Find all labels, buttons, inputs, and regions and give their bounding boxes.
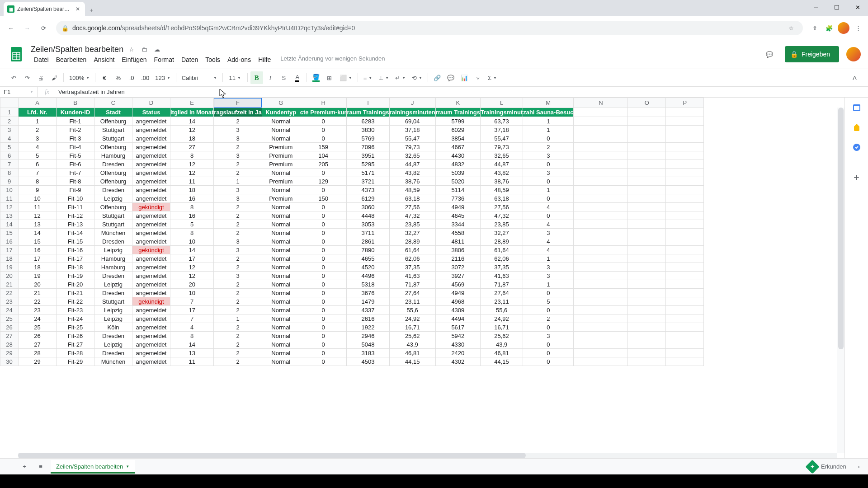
data-cell[interactable]: 16,71 bbox=[480, 323, 523, 332]
data-cell[interactable]: 4330 bbox=[435, 340, 480, 349]
data-cell[interactable]: 2 bbox=[214, 254, 262, 263]
data-cell[interactable]: 0 bbox=[300, 280, 347, 289]
data-cell[interactable]: 61,64 bbox=[389, 246, 435, 254]
data-cell[interactable]: 0 bbox=[300, 117, 347, 126]
data-cell[interactable]: Fit-29 bbox=[57, 357, 94, 366]
column-header-M[interactable]: M bbox=[523, 98, 574, 108]
data-cell[interactable]: Normal bbox=[262, 297, 300, 306]
undo-button[interactable]: ↶ bbox=[7, 71, 20, 84]
row-header-13[interactable]: 13 bbox=[0, 211, 19, 220]
data-cell[interactable]: 5942 bbox=[435, 332, 480, 340]
data-cell[interactable]: Hamburg bbox=[94, 151, 132, 160]
paint-format-button[interactable]: 🖌 bbox=[48, 71, 61, 84]
data-cell[interactable]: Fit-17 bbox=[57, 254, 94, 263]
row-header-1[interactable]: 1 bbox=[0, 108, 19, 117]
insert-link-button[interactable]: 🔗 bbox=[431, 71, 443, 84]
data-cell[interactable]: Dresden bbox=[94, 160, 132, 169]
data-cell[interactable]: angemeldet bbox=[132, 134, 170, 143]
data-cell[interactable] bbox=[574, 186, 628, 194]
data-cell[interactable]: Fit-15 bbox=[57, 237, 94, 246]
data-cell[interactable]: angemeldet bbox=[132, 272, 170, 280]
data-cell[interactable]: 2 bbox=[214, 229, 262, 237]
data-cell[interactable] bbox=[628, 297, 666, 306]
data-cell[interactable]: 12 bbox=[19, 211, 57, 220]
data-cell[interactable]: 0 bbox=[523, 306, 574, 314]
data-cell[interactable]: 4302 bbox=[435, 357, 480, 366]
data-cell[interactable]: 8 bbox=[170, 203, 214, 211]
data-cell[interactable] bbox=[628, 323, 666, 332]
sheet-tab-menu-icon[interactable]: ▼ bbox=[126, 465, 129, 469]
data-cell[interactable]: 37,35 bbox=[480, 263, 523, 272]
row-header-9[interactable]: 9 bbox=[0, 177, 19, 186]
data-cell[interactable]: Fit-11 bbox=[57, 203, 94, 211]
data-cell[interactable]: 25,62 bbox=[480, 332, 523, 340]
menu-format[interactable]: Format bbox=[151, 55, 177, 64]
comment-history-icon[interactable]: 💬 bbox=[761, 46, 778, 62]
data-cell[interactable]: 9 bbox=[19, 186, 57, 194]
header-cell[interactable]: cte Premium-kur bbox=[300, 108, 347, 117]
data-cell[interactable]: 1 bbox=[214, 314, 262, 323]
data-cell[interactable]: 159 bbox=[300, 143, 347, 151]
data-cell[interactable] bbox=[628, 229, 666, 237]
data-cell[interactable]: Normal bbox=[262, 323, 300, 332]
data-cell[interactable]: 2 bbox=[214, 306, 262, 314]
data-cell[interactable]: 23,11 bbox=[389, 297, 435, 306]
data-cell[interactable]: 0 bbox=[300, 134, 347, 143]
data-cell[interactable]: Dresden bbox=[94, 272, 132, 280]
data-cell[interactable]: 3806 bbox=[435, 246, 480, 254]
data-cell[interactable]: angemeldet bbox=[132, 332, 170, 340]
row-header-23[interactable]: 23 bbox=[0, 297, 19, 306]
column-header-J[interactable]: J bbox=[389, 98, 435, 108]
row-header-5[interactable]: 5 bbox=[0, 143, 19, 151]
data-cell[interactable]: 27,64 bbox=[480, 289, 523, 297]
data-cell[interactable]: Dresden bbox=[94, 349, 132, 357]
data-cell[interactable]: 7 bbox=[170, 297, 214, 306]
data-cell[interactable] bbox=[666, 332, 704, 340]
row-header-20[interactable]: 20 bbox=[0, 272, 19, 280]
star-icon[interactable]: ☆ bbox=[785, 22, 797, 34]
data-cell[interactable]: 2 bbox=[214, 289, 262, 297]
data-cell[interactable] bbox=[666, 280, 704, 289]
data-cell[interactable]: Offenburg bbox=[94, 117, 132, 126]
data-cell[interactable] bbox=[666, 126, 704, 134]
all-sheets-button[interactable]: ≡ bbox=[34, 460, 47, 473]
data-cell[interactable]: 23 bbox=[19, 306, 57, 314]
data-cell[interactable] bbox=[628, 237, 666, 246]
data-cell[interactable]: 23,85 bbox=[389, 220, 435, 229]
data-cell[interactable]: 14 bbox=[170, 117, 214, 126]
data-cell[interactable]: Fit-7 bbox=[57, 169, 94, 177]
data-cell[interactable]: Normal bbox=[262, 134, 300, 143]
data-cell[interactable]: 79,73 bbox=[389, 143, 435, 151]
data-cell[interactable]: Normal bbox=[262, 340, 300, 349]
data-cell[interactable] bbox=[628, 203, 666, 211]
data-cell[interactable]: 14 bbox=[19, 229, 57, 237]
data-cell[interactable] bbox=[574, 272, 628, 280]
bold-button[interactable]: B bbox=[250, 71, 263, 84]
data-cell[interactable]: 27 bbox=[170, 143, 214, 151]
data-cell[interactable]: 38,76 bbox=[480, 177, 523, 186]
data-cell[interactable]: Fit-5 bbox=[57, 151, 94, 160]
header-cell[interactable] bbox=[574, 108, 628, 117]
data-cell[interactable]: Premium bbox=[262, 160, 300, 169]
data-cell[interactable]: München bbox=[94, 229, 132, 237]
data-cell[interactable]: 5 bbox=[19, 151, 57, 160]
data-cell[interactable] bbox=[574, 117, 628, 126]
data-cell[interactable] bbox=[574, 289, 628, 297]
data-cell[interactable]: 5 bbox=[523, 297, 574, 306]
data-cell[interactable]: Fit-12 bbox=[57, 211, 94, 220]
data-cell[interactable]: 29 bbox=[19, 357, 57, 366]
data-cell[interactable]: Normal bbox=[262, 332, 300, 340]
data-cell[interactable]: Fit-8 bbox=[57, 177, 94, 186]
data-cell[interactable] bbox=[628, 134, 666, 143]
font-size-dropdown[interactable]: 11▼ bbox=[226, 71, 245, 84]
data-cell[interactable]: 12 bbox=[170, 160, 214, 169]
data-cell[interactable] bbox=[628, 280, 666, 289]
share-button[interactable]: 🔒 Freigeben bbox=[785, 46, 839, 62]
data-cell[interactable]: 4645 bbox=[435, 211, 480, 220]
data-cell[interactable]: angemeldet bbox=[132, 126, 170, 134]
data-cell[interactable]: 2 bbox=[214, 211, 262, 220]
data-cell[interactable] bbox=[666, 134, 704, 143]
data-cell[interactable]: 2 bbox=[214, 169, 262, 177]
text-color-button[interactable]: A bbox=[291, 71, 304, 84]
document-title[interactable]: Zeilen/Spalten bearbeiten bbox=[31, 45, 123, 54]
